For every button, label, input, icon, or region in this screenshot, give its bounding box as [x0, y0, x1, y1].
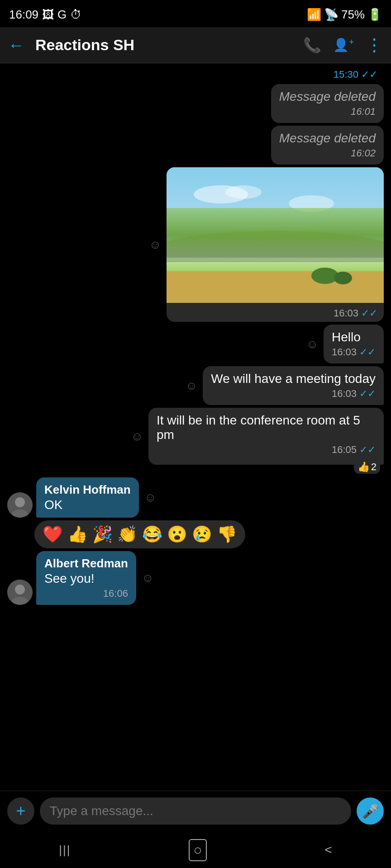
message-text: We will have a meeting today [211, 372, 376, 386]
call-button[interactable]: 📞 [303, 37, 321, 54]
back-button[interactable]: ← [8, 36, 24, 55]
add-attachment-button[interactable]: + [7, 797, 34, 825]
reaction-badge: 👍 2 [354, 460, 380, 474]
emoji-reaction-bar[interactable]: ❤️ 👍 🎉 👏 😂 😮 😢 👎 [34, 520, 245, 548]
reaction-emoji: 👍 [358, 461, 370, 473]
emoji-laugh[interactable]: 😂 [142, 525, 162, 544]
emoji-thumbsup[interactable]: 👍 [67, 525, 88, 544]
message-row: Message deleted 16:02 [7, 126, 384, 165]
back-button-nav[interactable]: < [324, 843, 332, 857]
image-content [167, 167, 384, 303]
plus-icon: + [16, 802, 25, 821]
microphone-button[interactable]: 🎤 [357, 797, 384, 825]
deleted-message-bubble: Message deleted 16:01 [271, 84, 384, 123]
message-row: Albert Redman See you! 16:06 ☺ [7, 551, 384, 605]
more-options-button[interactable]: ⋮ [366, 35, 383, 55]
status-battery: 75% [341, 8, 365, 22]
landscape-image [167, 167, 384, 303]
svg-point-7 [311, 268, 339, 284]
react-button[interactable]: ☺ [143, 489, 158, 506]
mic-icon: 🎤 [362, 803, 379, 819]
message-bubble-wrap: It will be in the conference room at 5 p… [148, 408, 384, 465]
message-text: Hello [332, 330, 361, 344]
emoji-thumbsdown[interactable]: 👎 [217, 525, 237, 544]
message-bubble-wrap: Message deleted 16:02 [271, 126, 384, 165]
react-button[interactable]: ☺ [184, 377, 200, 395]
status-camera-icon: 🖼 [42, 8, 54, 22]
react-button[interactable]: ☺ [304, 335, 320, 353]
message-time: 16:03 [334, 307, 358, 319]
add-participant-button[interactable]: 👤+ [333, 38, 354, 52]
message-row: ☺ It will be in the conference room at 5… [7, 408, 384, 465]
deleted-message-text: Message deleted [279, 90, 376, 104]
react-button[interactable]: ☺ [147, 236, 163, 254]
sender-name: Albert Redman [44, 557, 128, 571]
avatar-image-kelvin [7, 492, 33, 518]
kelvin-message-wrap: Kelvin Hoffman OK [36, 477, 139, 518]
message-time: 16:01 [351, 106, 376, 118]
status-wifi-icon: 📶 [307, 8, 321, 22]
received-message-bubble: Kelvin Hoffman OK [36, 477, 139, 518]
message-checks: ✓✓ [359, 388, 376, 400]
image-message-row: ☺ [7, 167, 384, 322]
message-row: ☺ Hello 16:03 ✓✓ [7, 325, 384, 363]
react-button[interactable]: ☺ [140, 569, 156, 587]
message-checks: ✓✓ [359, 346, 376, 358]
emoji-sad[interactable]: 😢 [192, 525, 212, 544]
message-row: Message deleted 16:01 [7, 84, 384, 123]
message-time: 16:06 [103, 588, 128, 599]
avatar-kelvin [7, 492, 33, 518]
react-button[interactable]: ☺ [129, 428, 145, 445]
status-clock-icon: ⏱ [70, 8, 82, 22]
message-bubble: We will have a meeting today 16:03 ✓✓ [203, 366, 384, 405]
message-time: 16:03 [332, 346, 357, 358]
svg-point-8 [334, 272, 352, 284]
image-bubble-wrap: 16:03 ✓✓ [167, 167, 384, 322]
status-signal-icon: 📡 [324, 8, 339, 22]
chat-toolbar: ← Reactions SH 📞 👤+ ⋮ [0, 27, 391, 63]
message-row: ☺ We will have a meeting today 16:03 ✓✓ [7, 366, 384, 405]
message-time-divider: 15:30 ✓✓ [7, 69, 384, 80]
message-checks: ✓✓ [359, 444, 376, 456]
message-text: It will be in the conference room at 5 p… [157, 413, 360, 442]
svg-point-2 [225, 185, 262, 199]
svg-point-10 [15, 497, 25, 507]
message-bubble-wrap: Message deleted 16:01 [271, 84, 384, 123]
emoji-wow[interactable]: 😮 [167, 525, 187, 544]
deleted-message-bubble: Message deleted 16:02 [271, 126, 384, 165]
message-checks: ✓✓ [361, 307, 377, 319]
message-text: See you! [44, 571, 95, 585]
avatar-albert [7, 580, 33, 605]
message-text: OK [44, 498, 62, 512]
image-bubble: 16:03 ✓✓ [167, 167, 384, 322]
svg-point-13 [15, 585, 25, 594]
sender-name: Kelvin Hoffman [44, 483, 131, 497]
message-time: 16:05 [332, 444, 357, 456]
recent-apps-button[interactable]: ||| [59, 843, 71, 857]
status-bar: 16:09 🖼 G ⏱ 📶 📡 75% 🔋 [0, 0, 391, 27]
toolbar-actions: 📞 👤+ ⋮ [303, 35, 383, 55]
status-battery-icon: 🔋 [367, 8, 382, 22]
message-bubble-wrap: Hello 16:03 ✓✓ [324, 325, 384, 363]
reaction-count: 2 [371, 461, 377, 473]
chat-title: Reactions SH [35, 36, 296, 54]
emoji-clap[interactable]: 👏 [117, 525, 138, 544]
message-time: 16:02 [351, 147, 376, 159]
deleted-message-text: Message deleted [279, 131, 376, 145]
avatar-image-albert [7, 580, 33, 605]
message-row: Kelvin Hoffman OK ☺ [7, 477, 384, 518]
input-bar: + 🎤 [0, 791, 391, 835]
message-time: 16:03 [332, 388, 357, 400]
svg-point-3 [289, 195, 334, 212]
message-bubble: It will be in the conference room at 5 p… [148, 408, 384, 465]
received-message-bubble: Albert Redman See you! 16:06 [36, 551, 136, 605]
emoji-heart[interactable]: ❤️ [43, 525, 63, 544]
bottom-navigation: ||| ○ < [0, 835, 391, 868]
emoji-party[interactable]: 🎉 [92, 525, 113, 544]
home-button[interactable]: ○ [189, 839, 206, 861]
status-g-icon: G [57, 8, 67, 22]
status-time: 16:09 [9, 8, 38, 22]
message-bubble: Hello 16:03 ✓✓ [324, 325, 384, 363]
message-input[interactable] [40, 797, 351, 825]
chat-area: 15:30 ✓✓ Message deleted 16:01 Message d… [0, 63, 391, 791]
